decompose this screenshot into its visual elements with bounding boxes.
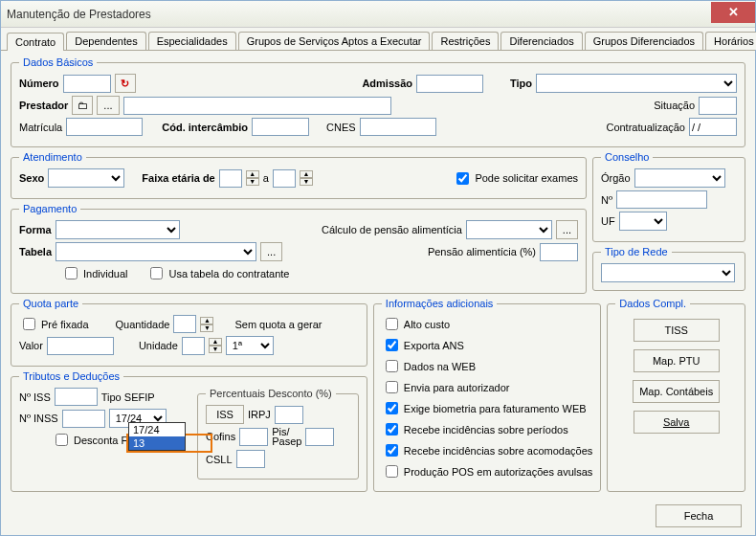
tipo-sefip-dropdown[interactable]: 17/24 13	[128, 422, 186, 451]
pis-label: Pis/ Pasep	[272, 427, 301, 446]
conselho-num-input[interactable]	[616, 190, 707, 209]
legend-atendimento: Atendimento	[19, 151, 86, 163]
tab-restricoes[interactable]: Restrições	[432, 32, 499, 50]
fecha-button[interactable]: Fecha	[656, 504, 742, 527]
desconta-fas-checkbox[interactable]: Desconta FA	[52, 431, 134, 449]
cnes-input[interactable]	[360, 118, 436, 136]
sefip-option-0[interactable]: 17/24	[129, 423, 185, 436]
tab-especialidades[interactable]: Especialidades	[148, 32, 236, 50]
tab-dependentes[interactable]: Dependentes	[66, 32, 145, 50]
desconta-fas-input[interactable]	[56, 434, 68, 446]
situacao-input[interactable]	[699, 97, 737, 115]
n-iss-input[interactable]	[55, 388, 98, 406]
info-checkbox-5[interactable]	[386, 423, 398, 436]
pre-fixada-checkbox[interactable]: Pré fixada	[19, 315, 89, 333]
info-item-6[interactable]: Recebe incidências sobre acomodações	[382, 441, 593, 459]
iss-button[interactable]: ISS	[206, 405, 244, 424]
ordinal-select[interactable]: 1ª	[226, 336, 274, 355]
group-percentuais: Percentuais Desconto (%) ISS IRPJ Cofins…	[197, 388, 359, 480]
tab-diferenciados[interactable]: Diferenciados	[500, 32, 582, 50]
calculo-browse-button[interactable]: ...	[556, 220, 578, 239]
group-info-adicionais: Informações adicionais Alto custoExporta…	[373, 298, 602, 492]
prestador-label: Prestador	[19, 100, 68, 111]
usa-tabela-input[interactable]	[150, 267, 163, 279]
valor-input[interactable]	[47, 337, 114, 355]
tipo-select[interactable]	[536, 74, 737, 93]
tabela-browse-button[interactable]: ...	[260, 242, 282, 261]
info-checkbox-2[interactable]	[386, 360, 398, 372]
info-checkbox-6[interactable]	[386, 444, 398, 457]
info-label-5: Recebe incidências sobre períodos	[404, 424, 568, 436]
matricula-input[interactable]	[66, 118, 143, 136]
pre-fixada-input[interactable]	[23, 318, 35, 330]
tab-contrato[interactable]: Contrato	[7, 33, 64, 51]
csll-input[interactable]	[236, 450, 265, 468]
info-item-4[interactable]: Exige biometria para faturamento WEB	[382, 399, 593, 417]
n-iss-label: Nº ISS	[19, 391, 51, 403]
info-item-5[interactable]: Recebe incidências sobre períodos	[382, 420, 593, 438]
conselho-num-label: Nº	[601, 194, 612, 206]
faixa-to-input[interactable]	[273, 169, 296, 188]
contratualizacao-input[interactable]	[689, 118, 737, 136]
orgao-select[interactable]	[634, 168, 725, 188]
calculo-select[interactable]	[466, 220, 552, 239]
tabela-select[interactable]	[56, 242, 256, 261]
faixa-from-spin[interactable]: ▲▼	[246, 170, 259, 186]
prestador-input[interactable]	[123, 97, 391, 115]
prestador-browse-button[interactable]: ...	[97, 96, 119, 115]
pode-solicitar-input[interactable]	[456, 172, 469, 185]
irpj-input[interactable]	[275, 406, 303, 424]
prestador-lookup-icon-button[interactable]: 🗀	[72, 96, 93, 115]
individual-checkbox[interactable]: Individual	[61, 264, 127, 282]
group-dados-basicos: Dados Básicos Número ↻ Admissão Tipo Pre…	[11, 56, 745, 147]
salva-button[interactable]: Salva	[634, 411, 720, 434]
sexo-select[interactable]	[48, 168, 124, 188]
sefip-option-1[interactable]: 13	[129, 436, 185, 450]
faixa-to-spin[interactable]: ▲▼	[300, 170, 313, 186]
quantidade-spin[interactable]: ▲▼	[200, 317, 213, 332]
admissao-input[interactable]	[416, 75, 483, 93]
group-atendimento: Atendimento Sexo Faixa etária de ▲▼ a ▲▼	[11, 151, 587, 199]
pode-solicitar-label: Pode solicitar exames	[475, 172, 578, 184]
cod-intercambio-input[interactable]	[252, 118, 309, 136]
quantidade-input[interactable]	[173, 315, 196, 333]
refresh-button[interactable]: ↻	[115, 74, 136, 93]
info-checkbox-7[interactable]	[386, 465, 398, 478]
tab-grupos-servicos[interactable]: Grupos de Serviços Aptos a Executar	[238, 32, 431, 50]
info-checkbox-1[interactable]	[386, 339, 398, 351]
info-checkbox-0[interactable]	[386, 318, 398, 330]
cofins-input[interactable]	[239, 428, 268, 446]
info-item-7[interactable]: Produção POS em autorizações avulsas	[382, 462, 593, 480]
cod-intercambio-label: Cód. intercâmbio	[162, 122, 248, 133]
faixa-a: a	[263, 172, 269, 184]
tab-horarios[interactable]: Horários	[705, 32, 756, 50]
usa-tabela-checkbox[interactable]: Usa tabela do contratante	[146, 264, 289, 282]
info-label-2: Dados na WEB	[404, 361, 476, 372]
pode-solicitar-checkbox[interactable]: Pode solicitar exames	[453, 169, 578, 188]
unidade-input[interactable]	[182, 337, 205, 355]
faixa-from-input[interactable]	[219, 169, 242, 188]
tab-grupos-diferenciados[interactable]: Grupos Diferenciados	[585, 32, 703, 50]
info-item-2[interactable]: Dados na WEB	[382, 357, 593, 375]
close-button[interactable]: ✕	[711, 2, 755, 23]
tipo-rede-select[interactable]	[601, 263, 735, 282]
window: Manutenção de Prestadores ✕ Contrato Dep…	[0, 0, 756, 536]
situacao-label: Situação	[654, 100, 695, 111]
numero-label: Número	[19, 78, 59, 89]
info-item-1[interactable]: Exporta ANS	[382, 336, 593, 354]
info-checkbox-3[interactable]	[386, 381, 398, 393]
pensao-pct-input[interactable]	[540, 243, 578, 261]
uf-select[interactable]	[619, 212, 667, 231]
info-item-0[interactable]: Alto custo	[382, 315, 593, 333]
unidade-spin[interactable]: ▲▼	[209, 338, 222, 353]
info-checkbox-4[interactable]	[386, 402, 398, 414]
numero-input[interactable]	[63, 75, 111, 93]
map-contabeis-button[interactable]: Map. Contábeis	[633, 380, 720, 403]
map-ptu-button[interactable]: Map. PTU	[634, 349, 720, 372]
individual-input[interactable]	[65, 267, 78, 279]
info-item-3[interactable]: Envia para autorizador	[382, 378, 593, 396]
n-inss-input[interactable]	[62, 410, 105, 428]
forma-select[interactable]	[56, 220, 180, 239]
tiss-button[interactable]: TISS	[634, 319, 720, 342]
pis-input[interactable]	[305, 428, 334, 446]
